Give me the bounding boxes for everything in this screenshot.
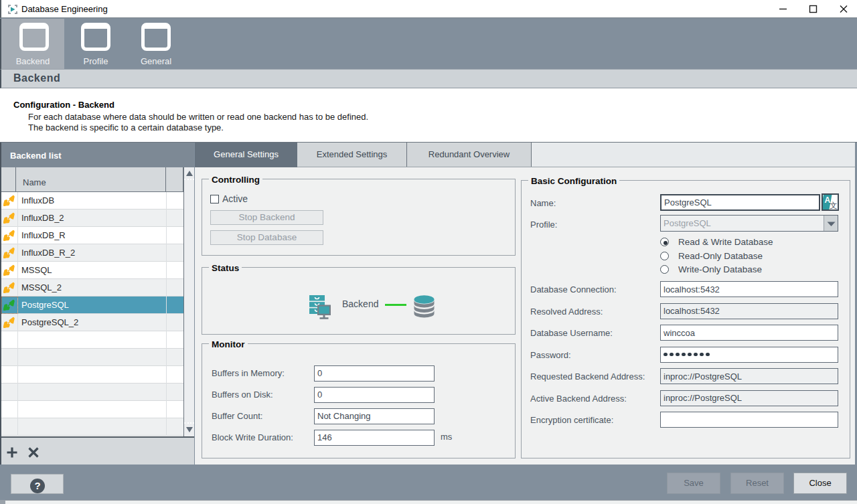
svg-text:文: 文 xyxy=(830,201,838,209)
